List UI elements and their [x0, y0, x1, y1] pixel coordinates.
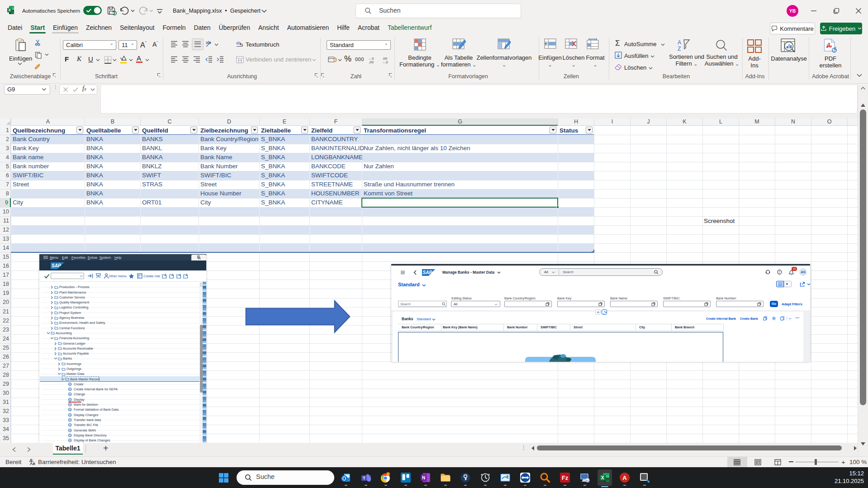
- svg-text:→,0: →,0: [381, 60, 388, 64]
- svg-text:SAP: SAP: [52, 263, 61, 268]
- svg-text:N: N: [422, 475, 425, 480]
- svg-text:Fz: Fz: [562, 474, 569, 481]
- svg-text:,00: ,00: [369, 60, 374, 64]
- svg-text:A: A: [678, 39, 681, 46]
- svg-text:?: ?: [778, 270, 780, 274]
- svg-text:ab: ab: [236, 41, 241, 45]
- svg-text:Z: Z: [678, 46, 681, 52]
- svg-text:AC: AC: [586, 479, 590, 482]
- svg-text:L: L: [387, 473, 389, 476]
- svg-text:ab: ab: [206, 40, 210, 45]
- svg-text:T: T: [363, 476, 365, 480]
- svg-text:X: X: [601, 475, 604, 480]
- svg-text:A: A: [622, 474, 627, 481]
- svg-text:X: X: [8, 8, 11, 12]
- svg-text:SAP: SAP: [423, 270, 432, 275]
